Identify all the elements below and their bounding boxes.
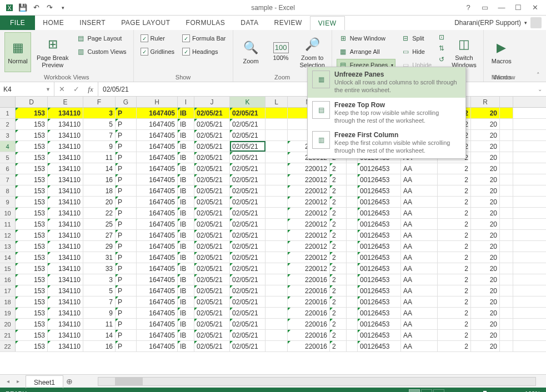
cell[interactable]: IB [178,163,194,174]
cell[interactable]: 153 [16,330,48,340]
cell[interactable]: 02/05/21 [230,330,266,340]
cell[interactable] [347,285,358,296]
cell[interactable]: AA [401,252,438,263]
cell[interactable]: 00126453 [358,274,401,285]
cell[interactable]: 02/05/21 [194,219,230,229]
cell[interactable]: 00126453 [358,263,401,274]
cell[interactable] [266,308,288,318]
cell[interactable] [347,208,358,218]
cell[interactable]: IB [178,174,194,185]
cell[interactable]: 20 [471,119,500,129]
cell[interactable]: 134110 [48,330,83,340]
cell[interactable]: 134110 [48,208,83,218]
formula-bar-checkbox[interactable]: ✓Formula Bar [180,32,228,44]
cell[interactable]: 2 [438,274,471,285]
cell[interactable] [500,141,513,152]
cell[interactable]: 20 [471,341,500,351]
freeze-top-row-item[interactable]: ▤ Freeze Top RowKeep the top row visible… [308,98,465,128]
cell[interactable] [347,185,358,196]
cell[interactable] [266,252,288,263]
cell[interactable]: AA [401,230,438,240]
cell[interactable] [347,230,358,240]
cell[interactable]: 27 [83,230,116,240]
cell[interactable] [347,163,358,174]
cell[interactable]: 220016 [288,341,330,351]
cell[interactable]: 2 [330,252,347,263]
ruler-checkbox[interactable]: ✓Ruler [138,32,177,44]
minimize-icon[interactable]: — [494,2,509,14]
cell[interactable]: 134110 [48,274,83,285]
cell[interactable]: 20 [471,163,500,174]
cell[interactable]: P [116,330,137,340]
cell[interactable]: 2 [438,163,471,174]
cell[interactable] [266,274,288,285]
cell[interactable]: 134110 [48,152,83,163]
zoom-100-button[interactable]: 100100% [268,32,294,72]
tab-home[interactable]: HOME [35,16,72,30]
cell[interactable]: 2 [330,241,347,252]
cell[interactable]: 00126453 [358,285,401,296]
cell[interactable] [347,219,358,229]
cell[interactable] [500,319,513,329]
cell[interactable]: 20 [471,285,500,296]
tab-insert[interactable]: INSERT [72,16,113,30]
row-header[interactable]: 9 [0,197,16,207]
cell[interactable] [500,308,513,318]
cell[interactable]: 2 [438,174,471,185]
tab-data[interactable]: DATA [233,16,266,30]
cell[interactable]: 20 [471,274,500,285]
cell[interactable]: 02/05/21 [230,308,266,318]
cell[interactable]: 02/05/21 [230,252,266,263]
cell[interactable] [500,219,513,229]
cell[interactable] [500,330,513,340]
cell[interactable]: 02/05/21 [194,241,230,252]
cell[interactable]: P [116,241,137,252]
split-button[interactable]: ⊟Split [399,32,434,44]
cell[interactable]: IB [178,185,194,196]
cell[interactable]: P [116,141,137,152]
cell[interactable]: 2 [438,308,471,318]
cell[interactable]: 02/05/21 [230,285,266,296]
cell[interactable]: 9 [83,141,116,152]
cell[interactable] [347,341,358,351]
cell[interactable]: 02/05/21 [230,274,266,285]
cell[interactable]: 20 [471,197,500,207]
cell[interactable]: 20 [471,308,500,318]
row-header[interactable]: 20 [0,319,16,329]
cell[interactable]: 134110 [48,319,83,329]
cell[interactable]: 25 [83,219,116,229]
cell[interactable]: P [116,308,137,318]
cell[interactable]: 1647405 [137,219,178,229]
save-icon[interactable]: 💾 [17,2,29,14]
cell[interactable] [266,141,288,152]
cell[interactable] [266,208,288,218]
cell[interactable]: 2 [438,330,471,340]
cell[interactable]: 20 [471,230,500,240]
cell[interactable]: IB [178,285,194,296]
macros-button[interactable]: ▶Macros [488,32,515,72]
cell[interactable]: P [116,174,137,185]
cell[interactable]: 134110 [48,119,83,129]
page-layout-button[interactable]: ▤Page Layout [74,32,128,44]
cell[interactable] [266,219,288,229]
cell[interactable]: AA [401,219,438,229]
cell[interactable]: P [116,252,137,263]
cell[interactable]: 22 [83,208,116,218]
cell[interactable]: AA [401,319,438,329]
cell[interactable]: 02/05/21 [230,197,266,207]
cell[interactable]: IB [178,152,194,163]
cell[interactable]: AA [401,208,438,218]
user-account[interactable]: Dharani(ERP Support) ▾ [454,16,546,30]
cell[interactable]: IB [178,241,194,252]
cell[interactable]: 1647405 [137,119,178,129]
cell[interactable]: 7 [83,130,116,140]
cell[interactable]: 153 [16,141,48,152]
cell[interactable]: 02/05/21 [194,296,230,307]
cell[interactable]: 1647405 [137,285,178,296]
row-header[interactable]: 8 [0,185,16,196]
cell[interactable]: 5 [83,285,116,296]
tab-review[interactable]: REVIEW [266,16,309,30]
cell[interactable]: 2 [438,252,471,263]
cell[interactable]: 153 [16,252,48,263]
cell[interactable] [266,130,288,140]
